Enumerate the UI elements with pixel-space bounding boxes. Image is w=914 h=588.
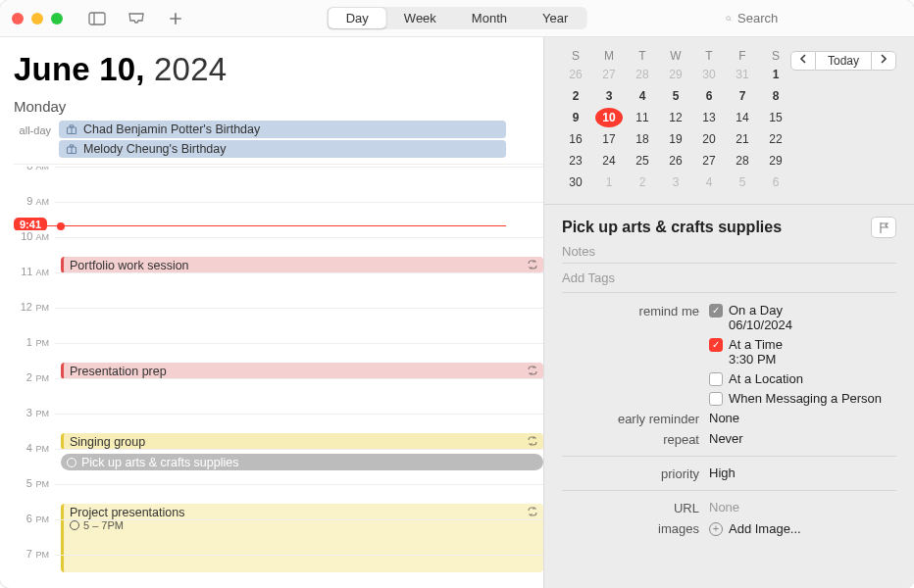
tags-field[interactable]: Add Tags	[562, 263, 896, 293]
view-day[interactable]: Day	[329, 8, 386, 28]
event-block[interactable]: Singing group	[61, 433, 543, 450]
mini-day[interactable]: 6	[762, 172, 789, 192]
mini-day[interactable]: 7	[729, 86, 756, 106]
reminder-detail: Pick up arts & crafts supplies Notes Add…	[544, 204, 914, 588]
next-month-button[interactable]	[871, 51, 896, 71]
search-input[interactable]	[737, 11, 902, 25]
event-block[interactable]: Presentation prep	[61, 363, 543, 379]
mini-day[interactable]: 19	[662, 129, 689, 149]
all-day-event[interactable]: Melody Cheung's Birthday	[59, 140, 506, 158]
checkbox[interactable]: ✓	[709, 338, 723, 352]
notes-field[interactable]: Notes	[562, 244, 896, 259]
flag-button[interactable]	[871, 217, 896, 238]
mini-day[interactable]: 2	[562, 86, 589, 106]
field-value[interactable]: High	[709, 466, 896, 480]
event-title: Presentation prep	[70, 365, 167, 378]
reminder-title[interactable]: Pick up arts & crafts supplies	[562, 219, 782, 236]
mini-day[interactable]: 31	[729, 65, 756, 84]
mini-day[interactable]: 30	[562, 172, 589, 192]
mini-day[interactable]: 18	[629, 129, 656, 149]
event-block[interactable]: Project presentations5 – 7PM	[61, 504, 543, 572]
view-month[interactable]: Month	[454, 8, 525, 28]
mini-day[interactable]: 23	[562, 151, 589, 171]
mini-day[interactable]: 28	[629, 65, 656, 84]
checkbox[interactable]: ✓	[709, 304, 723, 318]
view-week[interactable]: Week	[386, 8, 454, 28]
mini-day[interactable]: 25	[629, 151, 656, 171]
timeline[interactable]: Portfolio work sessionPresentation prepS…	[14, 167, 543, 588]
mini-day[interactable]: 5	[729, 172, 756, 192]
field-value[interactable]: Never	[709, 431, 896, 446]
reminder-circle-icon	[67, 458, 76, 467]
hour-label: 12 PM	[14, 301, 55, 313]
mini-day[interactable]: 24	[595, 151, 623, 171]
mini-day[interactable]: 15	[762, 108, 789, 127]
mini-day[interactable]: 11	[629, 108, 656, 127]
minimize-window-button[interactable]	[31, 13, 43, 24]
mini-day[interactable]: 29	[662, 65, 689, 84]
event-title: Pick up arts & crafts supplies	[81, 456, 238, 469]
checkbox[interactable]	[709, 392, 723, 406]
mini-day[interactable]: 3	[662, 172, 689, 192]
sidebar-toggle-icon[interactable]	[88, 11, 106, 26]
event-block[interactable]: Portfolio work session	[61, 257, 543, 273]
prev-month-button[interactable]	[790, 51, 816, 71]
gift-icon	[65, 143, 77, 156]
mini-day[interactable]: 4	[695, 172, 723, 192]
mini-day[interactable]: 17	[595, 129, 623, 149]
mini-day[interactable]: 13	[695, 108, 723, 127]
field-value[interactable]: At a Location	[709, 371, 896, 386]
mini-day[interactable]: 26	[662, 151, 689, 171]
add-event-icon[interactable]	[167, 11, 184, 26]
repeat-icon	[527, 366, 538, 375]
field-label	[562, 337, 699, 338]
mini-day[interactable]: 16	[562, 129, 589, 149]
view-year[interactable]: Year	[525, 8, 585, 28]
hour-label: 1 PM	[14, 336, 55, 348]
mini-day[interactable]: 29	[762, 151, 789, 171]
field-value[interactable]: +Add Image...	[709, 520, 896, 536]
mini-day[interactable]: 30	[695, 65, 723, 84]
checkbox[interactable]	[709, 372, 723, 386]
mini-day[interactable]: 1	[762, 65, 789, 84]
mini-day[interactable]: 27	[595, 65, 623, 84]
mini-day[interactable]: 10	[595, 108, 623, 127]
flag-icon	[878, 221, 890, 234]
inbox-icon[interactable]	[127, 11, 145, 26]
zoom-window-button[interactable]	[51, 13, 63, 24]
mini-day[interactable]: 14	[729, 108, 756, 127]
mini-day[interactable]: 1	[595, 172, 623, 192]
mini-day[interactable]: 20	[695, 129, 723, 149]
field-value[interactable]: When Messaging a Person	[709, 391, 896, 406]
mini-day[interactable]: 28	[729, 151, 756, 171]
today-button[interactable]: Today	[816, 51, 871, 71]
search-field[interactable]	[726, 11, 902, 25]
mini-day[interactable]: 12	[662, 108, 689, 127]
mini-dow: S	[562, 49, 589, 63]
mini-day[interactable]: 26	[562, 65, 589, 84]
event-title: Singing group	[70, 435, 145, 449]
mini-day[interactable]: 6	[695, 86, 723, 106]
event-title: Portfolio work session	[70, 259, 189, 272]
mini-day[interactable]: 4	[629, 86, 656, 106]
event-block[interactable]: Pick up arts & crafts supplies	[61, 454, 543, 470]
field-value[interactable]: ✓On a Day06/10/2024	[709, 303, 896, 332]
remind-me-label: remind me	[562, 303, 699, 318]
mini-day[interactable]: 21	[729, 129, 756, 149]
field-value[interactable]: None	[709, 411, 896, 425]
mini-day[interactable]: 27	[695, 151, 723, 171]
svg-rect-0	[89, 13, 105, 24]
hour-label: 7 PM	[14, 548, 55, 560]
mini-day[interactable]: 9	[562, 108, 589, 127]
mini-day[interactable]: 8	[762, 86, 789, 106]
mini-day[interactable]: 3	[595, 86, 623, 106]
mini-dow: W	[662, 49, 689, 63]
field-value[interactable]: ✓At a Time3:30 PM	[709, 337, 896, 367]
url-value[interactable]: None	[709, 500, 896, 514]
close-window-button[interactable]	[12, 13, 24, 24]
all-day-event[interactable]: Chad Benjamin Potter's Birthday	[59, 121, 506, 138]
mini-day[interactable]: 5	[662, 86, 689, 106]
mini-day[interactable]: 2	[629, 172, 656, 192]
field-label	[562, 371, 699, 372]
mini-day[interactable]: 22	[762, 129, 789, 149]
